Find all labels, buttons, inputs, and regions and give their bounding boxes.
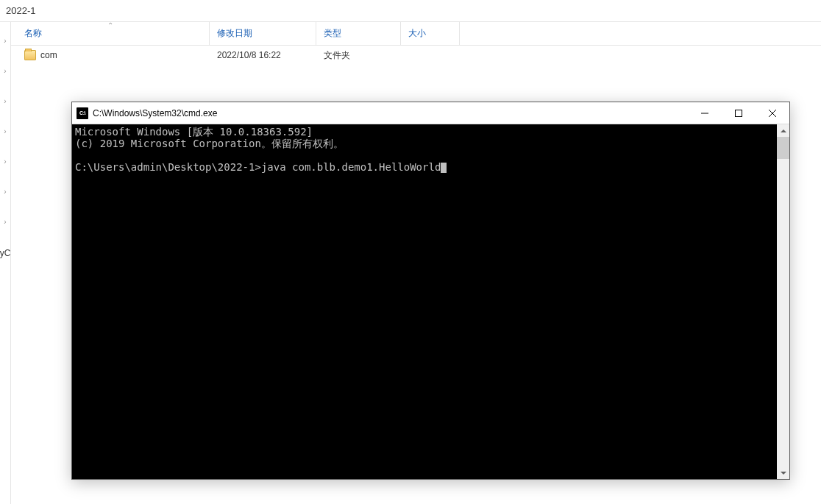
- scroll-up-button[interactable]: [777, 124, 789, 137]
- svg-rect-1: [736, 110, 742, 116]
- scroll-down-button[interactable]: [777, 466, 789, 479]
- nav-marker: ›: [4, 97, 6, 105]
- svg-marker-4: [781, 129, 786, 132]
- cmd-line: (c) 2019 Microsoft Corporation。保留所有权利。: [75, 138, 344, 149]
- header-type[interactable]: 类型: [316, 22, 401, 45]
- cmd-window: C:\ C:\Windows\System32\cmd.exe Microsof…: [71, 102, 790, 480]
- file-type: 文件夹: [324, 49, 350, 62]
- vertical-scrollbar[interactable]: [777, 124, 789, 479]
- column-headers: ⌃ 名称 修改日期 类型 大小: [11, 22, 821, 46]
- svg-marker-5: [781, 472, 786, 475]
- cmd-titlebar[interactable]: C:\ C:\Windows\System32\cmd.exe: [72, 102, 789, 124]
- cmd-prompt: C:\Users\admin\Desktop\2022-1>: [75, 161, 261, 173]
- cmd-client-area: Microsoft Windows [版本 10.0.18363.592] (c…: [72, 124, 789, 479]
- nav-marker: ›: [4, 67, 6, 75]
- cmd-title-text: C:\Windows\System32\cmd.exe: [93, 108, 688, 118]
- minimize-button[interactable]: [688, 102, 722, 124]
- maximize-button[interactable]: [722, 102, 756, 124]
- cmd-app-icon: C:\: [77, 107, 88, 119]
- folder-icon: [24, 50, 36, 60]
- cursor-icon: [441, 163, 447, 173]
- file-name: com: [40, 50, 57, 60]
- header-name[interactable]: ⌃ 名称: [11, 22, 210, 45]
- window-controls: [688, 102, 789, 124]
- nav-marker: ›: [4, 127, 6, 135]
- nav-pane-edge: › › › › › › › yC: [0, 22, 11, 504]
- nav-text-fragment: yC: [0, 248, 10, 258]
- close-button[interactable]: [756, 102, 789, 124]
- sort-indicator-icon: ⌃: [107, 21, 113, 29]
- nav-marker: ›: [4, 218, 6, 226]
- file-row[interactable]: com 2022/10/8 16:22 文件夹: [11, 46, 821, 65]
- nav-marker: ›: [4, 157, 6, 166]
- header-date[interactable]: 修改日期: [210, 22, 316, 45]
- cmd-input: java com.blb.demo1.HelloWorld: [261, 161, 441, 173]
- address-bar[interactable]: 2022-1: [0, 0, 821, 22]
- scrollbar-thumb[interactable]: [777, 137, 789, 159]
- current-path: 2022-1: [6, 5, 35, 16]
- nav-marker: ›: [4, 37, 6, 45]
- nav-marker: ›: [4, 188, 6, 196]
- scrollbar-track[interactable]: [777, 137, 789, 466]
- header-size[interactable]: 大小: [401, 22, 460, 45]
- file-date: 2022/10/8 16:22: [217, 50, 281, 60]
- cmd-line: Microsoft Windows [版本 10.0.18363.592]: [75, 126, 313, 138]
- terminal-output[interactable]: Microsoft Windows [版本 10.0.18363.592] (c…: [72, 124, 777, 479]
